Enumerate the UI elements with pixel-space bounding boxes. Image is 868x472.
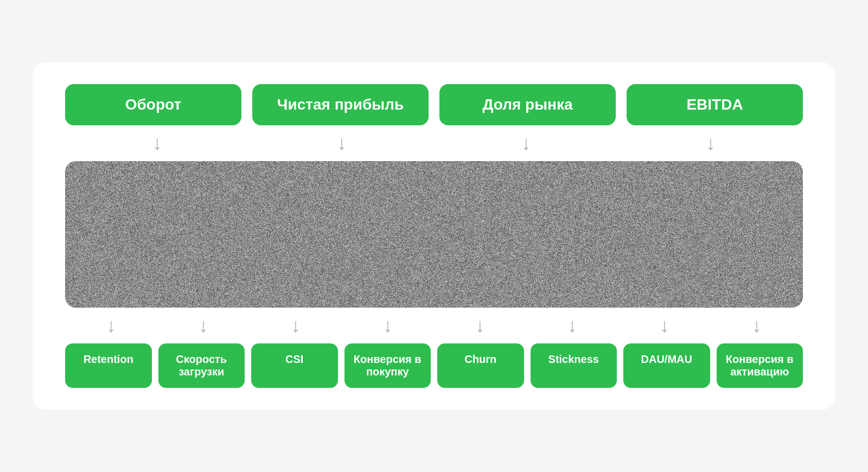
- top-arrow-2: ↓: [434, 132, 618, 155]
- top-arrow-row: ↓↓↓↓: [65, 125, 803, 161]
- bottom-arrow-1: ↓: [157, 314, 250, 337]
- bottom-arrow-4: ↓: [434, 314, 526, 337]
- bottom-box-7: Конверсия в активацию: [717, 343, 803, 388]
- bottom-row: RetentionСкорость загрузкиCSIКонверсия в…: [65, 343, 803, 388]
- top-arrow-3: ↓: [618, 132, 803, 155]
- bottom-box-0: Retention: [65, 343, 152, 388]
- bottom-box-2: CSI: [251, 343, 338, 388]
- top-box-3: EBITDA: [627, 84, 803, 125]
- diagram-container: ОборотЧистая прибыльДоля рынкаEBITDA ↓↓↓…: [33, 62, 835, 410]
- bottom-arrow-3: ↓: [342, 314, 434, 337]
- bottom-box-3: Конверсия в покупку: [344, 343, 431, 388]
- top-arrow-0: ↓: [65, 132, 250, 155]
- top-box-1: Чистая прибыль: [252, 84, 429, 125]
- top-box-0: Оборот: [65, 84, 241, 125]
- bottom-box-4: Churn: [437, 343, 524, 388]
- bottom-box-1: Скорость загрузки: [158, 343, 245, 388]
- top-row: ОборотЧистая прибыльДоля рынкаEBITDA: [65, 84, 803, 125]
- top-box-2: Доля рынка: [439, 84, 616, 125]
- top-arrow-1: ↓: [250, 132, 434, 155]
- bottom-arrow-0: ↓: [65, 314, 157, 337]
- bottom-arrow-6: ↓: [618, 314, 711, 337]
- bottom-box-5: Stickness: [531, 343, 617, 388]
- noise-canvas: [65, 161, 803, 308]
- bottom-box-6: DAU/MAU: [623, 343, 710, 388]
- bottom-arrow-row: ↓↓↓↓↓↓↓↓: [65, 308, 803, 343]
- bottom-arrow-7: ↓: [711, 314, 803, 337]
- middle-noise-box: [65, 161, 803, 308]
- bottom-arrow-2: ↓: [250, 314, 342, 337]
- bottom-arrow-5: ↓: [526, 314, 618, 337]
